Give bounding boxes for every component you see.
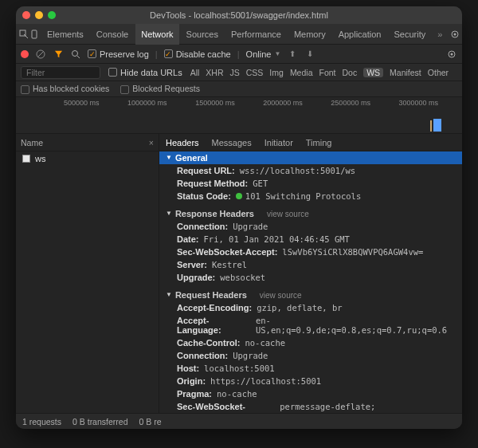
subtab-messages[interactable]: Messages [212,138,252,147]
status-code: 101 Switching Protocols [236,191,361,201]
timeline-overview[interactable]: 500000 ms 1000000 ms 1500000 ms 2000000 … [16,97,462,134]
header-row: Sec-WebSocket-Accept:lSwVb6YSiCRlX8BQWVP… [159,246,462,258]
general-section[interactable]: ▼General [159,151,462,164]
view-source-link[interactable]: view source [267,210,309,218]
header-key: Pragma: [177,389,212,399]
tab-network[interactable]: Network [135,24,178,45]
network-settings-icon[interactable] [446,49,457,60]
header-value: Upgrade [233,351,268,360]
header-key: Origin: [177,376,206,386]
view-source-link[interactable]: view source [260,291,302,300]
request-headers-section[interactable]: ▼Request Headersview source [159,289,462,301]
header-row: Connection:Upgrade [159,349,462,362]
details-tabs: Headers Messages Initiator Timing [159,134,462,151]
clear-icon[interactable] [35,49,46,60]
blocked-requests-checkbox[interactable]: Blocked Requests [120,84,200,94]
subtab-timing[interactable]: Timing [306,138,332,147]
header-value: websocket [220,273,265,282]
header-value: no-cache [217,389,257,399]
record-icon[interactable] [21,50,29,58]
header-key: Upgrade: [177,273,215,282]
svg-point-9 [72,50,78,56]
header-row: Server:Kestrel [159,258,462,271]
tab-elements[interactable]: Elements [41,24,89,45]
tick: 2500000 ms [331,99,370,107]
type-css[interactable]: CSS [246,68,264,77]
inspect-icon[interactable] [19,27,29,41]
request-row[interactable]: ws [16,151,159,166]
window-title: DevTools - localhost:5001/swagger/index.… [150,10,328,20]
tab-memory[interactable]: Memory [288,24,331,45]
type-js[interactable]: JS [230,68,240,77]
svg-point-3 [454,33,456,35]
subtab-headers[interactable]: Headers [166,138,199,147]
details-panel: Headers Messages Initiator Timing ▼Gener… [159,134,462,413]
header-key: Sec-WebSocket-Extensions: [177,402,275,413]
tick: 500000 ms [64,99,100,107]
hide-data-urls-checkbox[interactable]: Hide data URLs [108,68,182,77]
tick: 1500000 ms [195,99,235,107]
type-font[interactable]: Font [319,68,335,77]
header-value: Kestrel [212,260,247,269]
close-details-icon[interactable]: × [149,138,154,147]
type-other[interactable]: Other [428,68,449,77]
search-icon[interactable] [70,49,81,60]
preserve-log-checkbox[interactable]: Preserve log [88,49,149,59]
tick: 1000000 ms [127,99,167,107]
blocked-cookies-checkbox[interactable]: Has blocked cookies [21,84,109,94]
disable-cache-checkbox[interactable]: Disable cache [164,49,231,59]
status-transferred: 0 B transferred [72,417,127,426]
type-ws[interactable]: WS [363,68,383,77]
header-key: Connection: [177,351,228,360]
tab-sources[interactable]: Sources [181,24,224,45]
throttling-select[interactable]: Online▼ [246,49,281,59]
window-controls [22,11,56,19]
subtab-initiator[interactable]: Initiator [264,138,293,147]
header-row: Cache-Control:no-cache [159,336,462,349]
header-row: Upgrade:websocket [159,271,462,284]
name-header[interactable]: Name [21,138,43,147]
request-name: ws [35,154,45,163]
timeline-selection [433,119,441,132]
filter-icon[interactable] [53,49,64,60]
filter-input[interactable] [21,66,100,79]
close-icon[interactable] [22,11,30,19]
tab-application[interactable]: Application [333,24,387,45]
type-doc[interactable]: Doc [343,68,358,77]
tab-security[interactable]: Security [388,24,431,45]
header-value: no-cache [245,338,285,348]
header-row: Accept-Encoding:gzip, deflate, br [159,301,462,314]
status-requests: 1 requests [22,417,61,426]
header-value: en-US,en;q=0.9,de;q=0.8,es;q=0.7,ru;q=0.… [256,316,456,335]
tab-performance[interactable]: Performance [225,24,287,45]
type-all[interactable]: All [190,68,200,77]
kebab-icon[interactable] [461,27,462,41]
header-row: Pragma:no-cache [159,387,462,400]
type-img[interactable]: Img [269,68,284,77]
response-headers-section[interactable]: ▼Response Headersview source [159,207,462,220]
preserve-log-label: Preserve log [100,49,149,59]
request-url: wss://localhost:5001/ws [240,166,355,175]
minimize-icon[interactable] [35,11,43,19]
header-key: Cache-Control: [177,338,240,348]
tab-console[interactable]: Console [91,24,134,45]
network-toolbar: Preserve log | Disable cache | Online▼ ⬆… [16,45,462,64]
settings-icon[interactable] [450,27,460,41]
device-icon[interactable] [30,27,40,41]
disable-cache-label: Disable cache [176,49,231,59]
zoom-icon[interactable] [48,11,56,19]
filter-row-2: Has blocked cookies Blocked Requests [16,81,462,97]
header-key: Date: [177,234,199,244]
svg-line-8 [37,51,44,57]
header-row: Origin:https://localhost:5001 [159,375,462,387]
panel-tabs: Elements Console Network Sources Perform… [16,24,462,45]
upload-icon[interactable]: ⬆ [287,49,298,60]
type-xhr[interactable]: XHR [206,68,223,77]
download-icon[interactable]: ⬇ [304,49,315,60]
header-value: localhost:5001 [204,364,275,373]
type-media[interactable]: Media [290,68,313,77]
header-value: Fri, 01 Jan 2021 04:46:45 GMT [204,234,350,244]
devtools-window: DevTools - localhost:5001/swagger/index.… [16,6,462,429]
more-tabs-icon[interactable]: » [433,29,447,39]
type-manifest[interactable]: Manifest [390,68,421,77]
